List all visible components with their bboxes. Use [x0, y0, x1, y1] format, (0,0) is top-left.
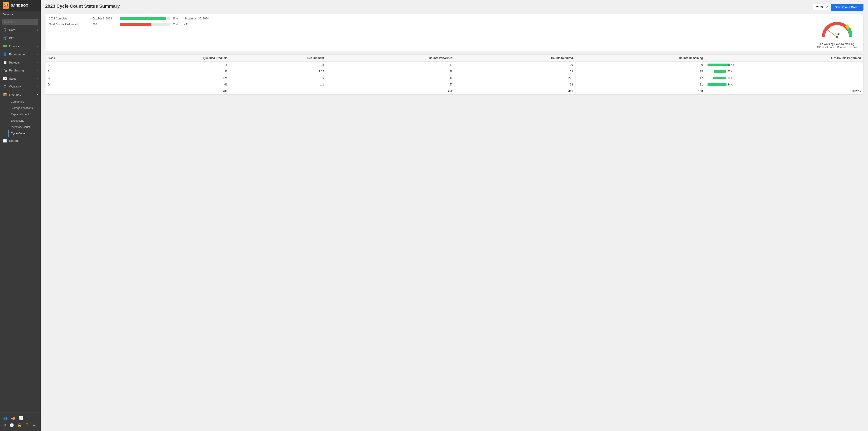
summary-total-411: 411: [184, 23, 193, 26]
summary-complete-start-date: October 1, 2023: [92, 17, 117, 20]
sidebar-footer: 👥 🚚 📊 🗂 ⚙ 🕐 🔒 ❓ ➡: [0, 412, 41, 431]
total-class: [45, 88, 99, 94]
cell-pct: 55%: [705, 75, 863, 82]
summary-section: 2023 Complete October 1, 2023 93% Septem…: [45, 14, 864, 51]
chevron-right-icon: ›: [37, 45, 38, 48]
pct-text: 53%: [727, 70, 733, 73]
mini-bar-wrap: [708, 70, 725, 73]
chevron-down-icon: ▾: [11, 13, 13, 16]
cell-remaining: 117: [575, 75, 705, 82]
data-table: Class Qualified Products Requirement Cou…: [45, 55, 864, 94]
sidebar-item-label: Projects: [9, 61, 20, 64]
sidebar-item-projects[interactable]: 📋 Projects ›: [0, 58, 41, 66]
sidebar-item-label: Warranty: [9, 85, 21, 88]
pct-text: 84%: [727, 83, 733, 86]
start-cycle-count-button[interactable]: Start Cycle Count: [831, 4, 864, 11]
table-row: D 61 1.1 57 68 11 84%: [45, 82, 863, 88]
demo-label: Demo: [3, 13, 11, 16]
page-header: 2023 Cycle Count Status Summary 2023 202…: [45, 4, 864, 11]
sidebar-item-inventory-count[interactable]: Inventory Count: [8, 124, 41, 130]
sidebar-item-label: Reports: [9, 139, 20, 143]
cell-remaining: 0: [575, 62, 705, 68]
sidebar-item-storage-locations[interactable]: Storage Locations: [8, 105, 41, 111]
pct-text: 55%: [727, 76, 733, 80]
col-qualified: Qualified Products: [99, 55, 230, 62]
users-icon[interactable]: 👥: [3, 416, 8, 420]
clock-icon[interactable]: 🕐: [9, 423, 14, 427]
chevron-right-icon: ›: [37, 69, 38, 72]
chevron-down-icon: ▾: [37, 93, 38, 96]
finance-icon: 💵: [3, 44, 7, 48]
sidebar-item-replenishment[interactable]: Replenishment: [8, 111, 41, 118]
cell-requirement: 1.8: [230, 62, 327, 68]
total-remaining: 153: [575, 88, 705, 94]
summary-total-count: 260: [92, 23, 117, 26]
search-input[interactable]: [2, 19, 38, 25]
sidebar-item-label: Purchasing: [9, 69, 24, 72]
settings-icon[interactable]: ⚙: [3, 423, 6, 427]
sidebar-item-exceptions[interactable]: Exceptions: [8, 118, 41, 124]
sidebar-item-purchasing[interactable]: 🛍 Purchasing ›: [0, 66, 41, 74]
mini-bar-wrap: [708, 64, 725, 66]
sidebar-item-reports[interactable]: 📊 Reports: [0, 136, 41, 145]
summary-total-pct: 63%: [173, 23, 182, 26]
sidebar-item-data[interactable]: 🗄 Data ›: [0, 26, 41, 34]
sidebar-item-cycle-count[interactable]: Cycle Count: [8, 130, 41, 136]
mini-bar: [713, 76, 725, 80]
sidebar-item-label: Inventory: [9, 93, 21, 96]
table-row: C 174 1.5 144 261 117 55%: [45, 75, 863, 82]
gauge-days-label: 17 Working Days Remaining: [820, 42, 854, 46]
ecommerce-icon: 👤: [3, 52, 7, 56]
sidebar-item-label: Sales: [9, 77, 17, 80]
app-name: SANDBOX: [11, 4, 28, 7]
summary-total-bar-wrap: [120, 23, 170, 26]
gauge-section: -122 17 Working Days Remaining 9 Product…: [814, 17, 860, 49]
demo-selector[interactable]: Demo ▾: [0, 11, 41, 18]
sidebar-item-warranty[interactable]: 🛡 Warranty ›: [0, 83, 41, 90]
gauge-product-counts-text: Product Counts Required Per Day: [819, 46, 857, 49]
sidebar: 🎯 SANDBOX Demo ▾ 🗄 Data › 🛒 POS 💵 Financ…: [0, 0, 41, 431]
cell-performed: 28: [327, 68, 455, 75]
cell-class: B: [45, 68, 99, 75]
summary-complete-bar: [120, 17, 166, 20]
footer-bottom-icons: ⚙ 🕐 🔒 ❓ ➡: [2, 422, 38, 429]
sidebar-item-inventory[interactable]: 📦 Inventory ▾: [0, 90, 41, 99]
sidebar-item-label: Finance: [9, 44, 20, 48]
cell-pct: 84%: [705, 82, 863, 88]
help-icon[interactable]: ❓: [25, 423, 29, 427]
chart-icon[interactable]: 📊: [19, 416, 23, 420]
warranty-icon: 🛡: [3, 85, 7, 88]
total-performed: 260: [327, 88, 455, 94]
cell-qualified: 16: [99, 62, 230, 68]
cell-required: 53: [455, 68, 576, 75]
sidebar-item-label: Ecommerce: [9, 53, 25, 56]
logout-icon[interactable]: ➡: [33, 423, 35, 427]
cell-pct: 107%: [705, 62, 863, 68]
mini-bar: [708, 83, 726, 86]
mini-bar-wrap: [708, 76, 725, 80]
mini-bar: [714, 70, 725, 73]
cycle-count-table: Class Qualified Products Requirement Cou…: [45, 55, 863, 94]
sidebar-item-label: Data: [9, 28, 15, 32]
data-icon: 🗄: [3, 28, 7, 32]
sidebar-item-ecommerce[interactable]: 👤 Ecommerce ›: [0, 50, 41, 58]
summary-complete-bar-wrap: [120, 17, 170, 20]
cell-class: A: [45, 62, 99, 68]
sidebar-item-pos[interactable]: 🛒 POS: [0, 34, 41, 42]
reports-icon: 📊: [3, 138, 7, 143]
gauge-sublabel: 9 Product Counts Required Per Day: [817, 46, 857, 49]
cell-qualified: 32: [99, 68, 230, 75]
truck-icon[interactable]: 🚚: [11, 416, 16, 420]
sidebar-item-finance[interactable]: 💵 Finance ›: [0, 42, 41, 50]
cell-remaining: 25: [575, 68, 705, 75]
sidebar-item-categories[interactable]: Categories: [8, 99, 41, 105]
summary-complete-pct: 93%: [173, 17, 182, 20]
chevron-right-icon: ›: [37, 85, 38, 88]
col-requirement: Requirement: [230, 55, 327, 62]
grid-icon[interactable]: 🗂: [26, 416, 30, 420]
sidebar-item-sales[interactable]: 📈 Sales ›: [0, 74, 41, 83]
col-remaining: Counts Remaining: [575, 55, 705, 62]
year-select[interactable]: 2023 2024 2022: [813, 4, 829, 10]
lock-icon[interactable]: 🔒: [17, 423, 22, 427]
total-requirement: [230, 88, 327, 94]
